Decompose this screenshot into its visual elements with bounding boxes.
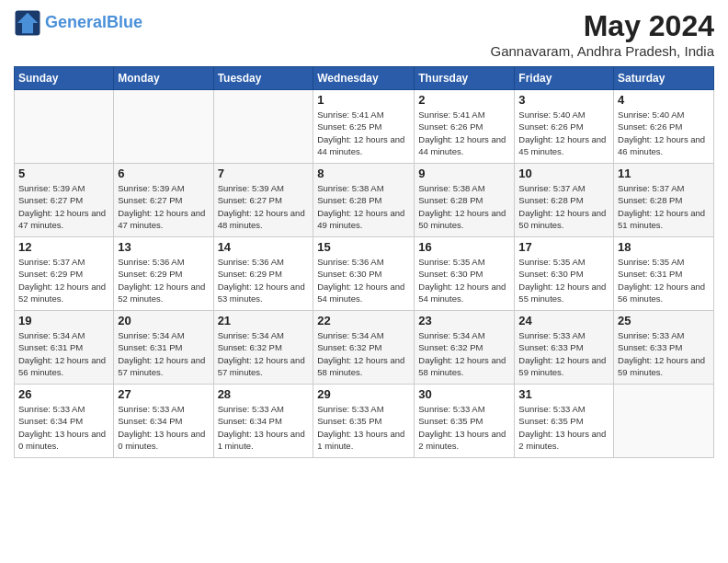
day-number: 20	[118, 314, 209, 327]
day-number: 31	[518, 387, 609, 401]
day-number: 12	[18, 240, 109, 254]
day-number: 26	[18, 387, 109, 401]
day-info: Sunrise: 5:34 AM Sunset: 6:32 PM Dayligh…	[418, 329, 510, 378]
calendar-cell-w1-d1	[15, 90, 114, 164]
day-number: 25	[618, 314, 710, 327]
calendar-cell-w5-d1: 26Sunrise: 5:33 AM Sunset: 6:34 PM Dayli…	[15, 385, 114, 458]
location: Gannavaram, Andhra Pradesh, India	[491, 43, 715, 59]
calendar-cell-w4-d7: 25Sunrise: 5:33 AM Sunset: 6:33 PM Dayli…	[614, 311, 714, 385]
calendar-cell-w2-d4: 8Sunrise: 5:38 AM Sunset: 6:28 PM Daylig…	[313, 164, 415, 237]
day-info: Sunrise: 5:34 AM Sunset: 6:32 PM Dayligh…	[317, 329, 410, 378]
day-info: Sunrise: 5:33 AM Sunset: 6:34 PM Dayligh…	[118, 403, 209, 452]
day-number: 10	[518, 167, 609, 180]
calendar-cell-w5-d5: 30Sunrise: 5:33 AM Sunset: 6:35 PM Dayli…	[415, 385, 515, 458]
day-number: 23	[418, 314, 510, 327]
day-number: 24	[518, 314, 609, 327]
week-row-1: 1Sunrise: 5:41 AM Sunset: 6:25 PM Daylig…	[15, 90, 714, 164]
header-tuesday: Tuesday	[213, 67, 313, 90]
day-number: 3	[518, 93, 609, 107]
calendar-cell-w4-d2: 20Sunrise: 5:34 AM Sunset: 6:31 PM Dayli…	[114, 311, 213, 385]
calendar-cell-w3-d1: 12Sunrise: 5:37 AM Sunset: 6:29 PM Dayli…	[15, 237, 114, 311]
header: GeneralBlue May 2024 Gannavaram, Andhra …	[14, 9, 714, 59]
calendar-cell-w3-d4: 15Sunrise: 5:36 AM Sunset: 6:30 PM Dayli…	[313, 237, 415, 311]
day-info: Sunrise: 5:37 AM Sunset: 6:28 PM Dayligh…	[618, 182, 710, 231]
calendar-cell-w1-d2	[114, 90, 213, 164]
header-saturday: Saturday	[614, 67, 714, 90]
calendar-cell-w2-d1: 5Sunrise: 5:39 AM Sunset: 6:27 PM Daylig…	[15, 164, 114, 237]
day-number: 21	[218, 314, 310, 327]
calendar-cell-w2-d7: 11Sunrise: 5:37 AM Sunset: 6:28 PM Dayli…	[614, 164, 714, 237]
day-number: 4	[618, 93, 710, 107]
day-info: Sunrise: 5:39 AM Sunset: 6:27 PM Dayligh…	[118, 182, 209, 231]
day-info: Sunrise: 5:37 AM Sunset: 6:29 PM Dayligh…	[18, 256, 109, 304]
day-info: Sunrise: 5:36 AM Sunset: 6:29 PM Dayligh…	[218, 256, 310, 304]
header-thursday: Thursday	[415, 67, 515, 90]
day-number: 1	[317, 93, 410, 107]
calendar-cell-w4-d5: 23Sunrise: 5:34 AM Sunset: 6:32 PM Dayli…	[415, 311, 515, 385]
day-number: 8	[317, 167, 410, 180]
calendar-cell-w3-d3: 14Sunrise: 5:36 AM Sunset: 6:29 PM Dayli…	[213, 237, 313, 311]
calendar-cell-w2-d3: 7Sunrise: 5:39 AM Sunset: 6:27 PM Daylig…	[213, 164, 313, 237]
day-info: Sunrise: 5:37 AM Sunset: 6:28 PM Dayligh…	[518, 182, 609, 231]
day-number: 18	[618, 240, 710, 254]
calendar: Sunday Monday Tuesday Wednesday Thursday…	[14, 66, 714, 458]
day-number: 17	[518, 240, 609, 254]
day-info: Sunrise: 5:33 AM Sunset: 6:35 PM Dayligh…	[418, 403, 510, 452]
day-info: Sunrise: 5:34 AM Sunset: 6:32 PM Dayligh…	[218, 329, 310, 378]
day-info: Sunrise: 5:36 AM Sunset: 6:30 PM Dayligh…	[317, 256, 410, 304]
calendar-cell-w1-d3	[213, 90, 313, 164]
day-info: Sunrise: 5:39 AM Sunset: 6:27 PM Dayligh…	[218, 182, 310, 231]
day-number: 13	[118, 240, 209, 254]
header-wednesday: Wednesday	[313, 67, 415, 90]
weekday-header-row: Sunday Monday Tuesday Wednesday Thursday…	[15, 67, 714, 90]
calendar-cell-w3-d5: 16Sunrise: 5:35 AM Sunset: 6:30 PM Dayli…	[415, 237, 515, 311]
week-row-4: 19Sunrise: 5:34 AM Sunset: 6:31 PM Dayli…	[15, 311, 714, 385]
day-info: Sunrise: 5:35 AM Sunset: 6:30 PM Dayligh…	[418, 256, 510, 304]
day-info: Sunrise: 5:36 AM Sunset: 6:29 PM Dayligh…	[118, 256, 209, 304]
day-info: Sunrise: 5:41 AM Sunset: 6:25 PM Dayligh…	[317, 109, 410, 157]
day-info: Sunrise: 5:39 AM Sunset: 6:27 PM Dayligh…	[18, 182, 109, 231]
day-info: Sunrise: 5:38 AM Sunset: 6:28 PM Dayligh…	[418, 182, 510, 231]
day-number: 6	[118, 167, 209, 180]
calendar-cell-w4-d6: 24Sunrise: 5:33 AM Sunset: 6:33 PM Dayli…	[515, 311, 614, 385]
day-info: Sunrise: 5:33 AM Sunset: 6:33 PM Dayligh…	[618, 329, 710, 378]
calendar-cell-w5-d4: 29Sunrise: 5:33 AM Sunset: 6:35 PM Dayli…	[313, 385, 415, 458]
calendar-cell-w4-d1: 19Sunrise: 5:34 AM Sunset: 6:31 PM Dayli…	[15, 311, 114, 385]
calendar-cell-w5-d2: 27Sunrise: 5:33 AM Sunset: 6:34 PM Dayli…	[114, 385, 213, 458]
day-number: 5	[18, 167, 109, 180]
day-number: 2	[418, 93, 510, 107]
day-info: Sunrise: 5:33 AM Sunset: 6:34 PM Dayligh…	[18, 403, 109, 452]
calendar-cell-w1-d6: 3Sunrise: 5:40 AM Sunset: 6:26 PM Daylig…	[515, 90, 614, 164]
header-monday: Monday	[114, 67, 213, 90]
day-number: 28	[218, 387, 310, 401]
day-number: 11	[618, 167, 710, 180]
title-block: May 2024 Gannavaram, Andhra Pradesh, Ind…	[491, 9, 715, 59]
calendar-cell-w4-d3: 21Sunrise: 5:34 AM Sunset: 6:32 PM Dayli…	[213, 311, 313, 385]
calendar-cell-w2-d5: 9Sunrise: 5:38 AM Sunset: 6:28 PM Daylig…	[415, 164, 515, 237]
day-number: 22	[317, 314, 410, 327]
day-number: 16	[418, 240, 510, 254]
calendar-cell-w5-d7	[614, 385, 714, 458]
header-friday: Friday	[515, 67, 614, 90]
week-row-2: 5Sunrise: 5:39 AM Sunset: 6:27 PM Daylig…	[15, 164, 714, 237]
calendar-cell-w5-d6: 31Sunrise: 5:33 AM Sunset: 6:35 PM Dayli…	[515, 385, 614, 458]
day-info: Sunrise: 5:33 AM Sunset: 6:34 PM Dayligh…	[218, 403, 310, 452]
day-number: 7	[218, 167, 310, 180]
day-info: Sunrise: 5:40 AM Sunset: 6:26 PM Dayligh…	[618, 109, 710, 157]
week-row-3: 12Sunrise: 5:37 AM Sunset: 6:29 PM Dayli…	[15, 237, 714, 311]
logo: GeneralBlue	[14, 9, 142, 37]
header-sunday: Sunday	[15, 67, 114, 90]
calendar-cell-w5-d3: 28Sunrise: 5:33 AM Sunset: 6:34 PM Dayli…	[213, 385, 313, 458]
calendar-cell-w1-d7: 4Sunrise: 5:40 AM Sunset: 6:26 PM Daylig…	[614, 90, 714, 164]
day-info: Sunrise: 5:40 AM Sunset: 6:26 PM Dayligh…	[518, 109, 609, 157]
day-info: Sunrise: 5:35 AM Sunset: 6:31 PM Dayligh…	[618, 256, 710, 304]
day-number: 30	[418, 387, 510, 401]
page: GeneralBlue May 2024 Gannavaram, Andhra …	[0, 0, 728, 563]
month-title: May 2024	[491, 9, 715, 43]
day-info: Sunrise: 5:33 AM Sunset: 6:35 PM Dayligh…	[317, 403, 410, 452]
calendar-cell-w2-d6: 10Sunrise: 5:37 AM Sunset: 6:28 PM Dayli…	[515, 164, 614, 237]
calendar-cell-w1-d5: 2Sunrise: 5:41 AM Sunset: 6:26 PM Daylig…	[415, 90, 515, 164]
day-number: 14	[218, 240, 310, 254]
day-info: Sunrise: 5:33 AM Sunset: 6:35 PM Dayligh…	[518, 403, 609, 452]
calendar-cell-w4-d4: 22Sunrise: 5:34 AM Sunset: 6:32 PM Dayli…	[313, 311, 415, 385]
